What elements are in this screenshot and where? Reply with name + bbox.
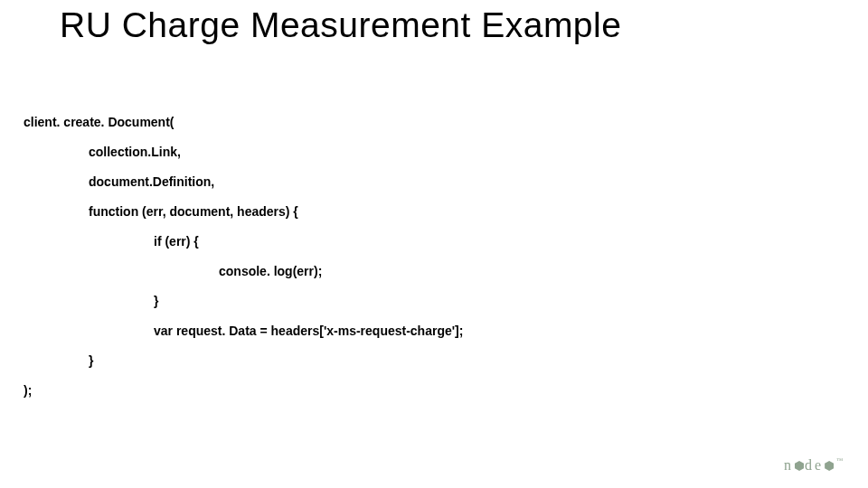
node-hex-icon [825,461,834,471]
code-line: var request. Data = headers['x-ms-reques… [24,324,463,337]
code-line: client. create. Document( [24,116,463,128]
code-line: function (err, document, headers) { [24,205,463,218]
code-line: ); [24,384,463,397]
code-line: if (err) { [24,235,463,248]
code-line: } [24,295,463,307]
code-line: collection.Link, [24,145,463,158]
node-logo: nde™ [784,457,843,474]
trademark: ™ [836,457,843,465]
code-block: client. create. Document( collection.Lin… [24,116,463,414]
code-line: } [24,354,463,367]
node-logo-text: de [805,457,824,473]
node-logo-text: n [784,457,794,473]
code-line: console. log(err); [24,265,463,277]
code-line: document.Definition, [24,175,463,188]
node-hex-icon [795,461,804,471]
slide-title: RU Charge Measurement Example [60,5,621,45]
